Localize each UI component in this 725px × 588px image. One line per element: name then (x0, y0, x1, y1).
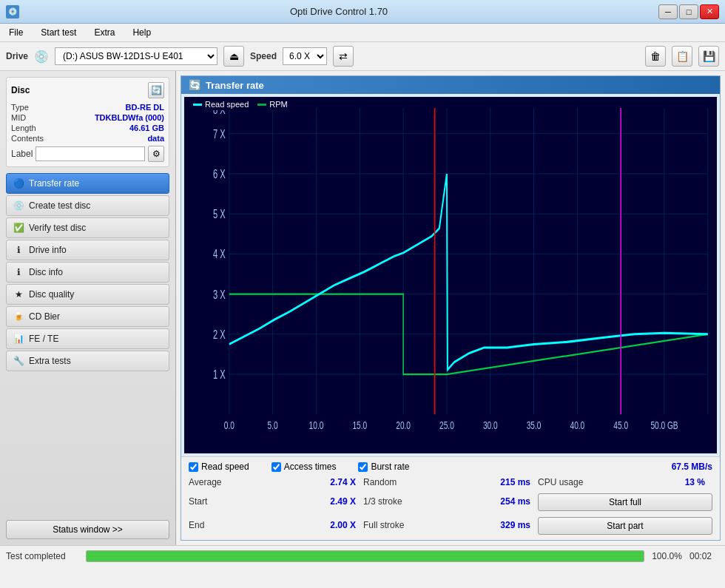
svg-text:50.0 GB: 50.0 GB (650, 419, 678, 432)
progress-percentage: 100.0% (650, 551, 684, 561)
disc-type-row: Type BD-RE DL (11, 103, 164, 112)
minimize-button[interactable]: ─ (658, 4, 678, 19)
legend-read-speed-label: Read speed (205, 100, 249, 109)
nav-drive-info[interactable]: ℹ Drive info (6, 240, 169, 260)
disc-type-label: Type (11, 103, 29, 112)
verify-test-disc-icon: ✅ (13, 222, 24, 234)
svg-text:4 X: 4 X (213, 247, 226, 261)
svg-text:0.0: 0.0 (224, 419, 235, 432)
nav-disc-quality[interactable]: ★ Disc quality (6, 284, 169, 305)
titlebar: 💿 Opti Drive Control 1.70 ─ □ ✕ (0, 0, 725, 24)
drive-info-icon: ℹ (13, 244, 24, 256)
disc-mid-row: MID TDKBLDWfa (000) (11, 113, 164, 122)
disc-mid-value: TDKBLDWfa (000) (95, 113, 164, 122)
nav-fe-te[interactable]: 📊 FE / TE (6, 328, 169, 349)
label-icon-button[interactable]: ⚙ (148, 146, 164, 162)
eject-button[interactable]: ⏏ (223, 46, 244, 67)
access-times-checkbox[interactable] (272, 462, 281, 472)
nav-cd-bier[interactable]: 🍺 CD Bier (6, 306, 169, 327)
close-button[interactable]: ✕ (700, 4, 719, 19)
speed-select[interactable]: 6.0 X (283, 47, 327, 65)
legend-read-speed: Read speed (193, 100, 249, 109)
access-times-check[interactable]: Access times (272, 462, 337, 472)
start-label: Start (189, 496, 248, 507)
burst-rate-check[interactable]: Burst rate 67.5 MB/s (358, 462, 712, 472)
average-label: Average (189, 477, 248, 487)
svg-text:25.0: 25.0 (439, 419, 454, 432)
svg-text:3 X: 3 X (213, 287, 226, 301)
erase-button[interactable]: 🗑 (645, 46, 666, 67)
transfer-rate-header: 🔄 Transfer rate (181, 76, 720, 94)
read-speed-check-label: Read speed (201, 462, 249, 472)
svg-text:1 X: 1 X (213, 368, 226, 382)
start-full-row[interactable]: Start full (538, 491, 712, 512)
cpu-usage-value: 13 % (675, 477, 712, 487)
one-third-stroke-row: 1/3 stroke 254 ms (363, 491, 538, 512)
copy-button[interactable]: 📋 (672, 46, 692, 67)
disc-length-row: Length 46.61 GB (11, 124, 164, 132)
random-label: Random (363, 477, 422, 487)
content-area: 🔄 Transfer rate Read speed RPM (176, 71, 725, 545)
burst-rate-checkbox[interactable] (358, 462, 368, 472)
statusbar: Test completed 100.0% 00:02 (0, 545, 725, 566)
toolbar: Drive 💿 (D:) ASUS BW-12D1S-U E401 ⏏ Spee… (0, 42, 725, 71)
full-stroke-value: 329 ms (500, 520, 538, 530)
disc-type-value: BD-RE DL (125, 103, 164, 112)
nav-fe-te-label: FE / TE (29, 334, 58, 344)
one-third-stroke-label: 1/3 stroke (363, 496, 422, 507)
start-part-button[interactable]: Start part (538, 517, 712, 535)
full-stroke-row: Full stroke 329 ms (363, 515, 538, 535)
app-icon: 💿 (6, 5, 19, 18)
speed-label: Speed (250, 51, 277, 61)
cpu-usage-label: CPU usage (538, 477, 597, 487)
status-window-button[interactable]: Status window >> (6, 520, 169, 539)
nav-extra-tests[interactable]: 🔧 Extra tests (6, 351, 169, 371)
disc-refresh-button[interactable]: 🔄 (148, 82, 164, 98)
speed-arrows-button[interactable]: ⇄ (333, 46, 354, 67)
nav-transfer-rate-label: Transfer rate (29, 178, 79, 189)
transfer-rate-icon: 🔵 (13, 178, 24, 189)
drive-icon: 💿 (34, 50, 49, 64)
sidebar-bottom: Status window >> (6, 520, 169, 539)
disc-label-input[interactable] (36, 146, 145, 161)
nav-disc-info[interactable]: ℹ Disc info (6, 262, 169, 283)
cpu-usage-row: CPU usage 13 % (538, 476, 712, 488)
svg-text:5 X: 5 X (213, 207, 226, 221)
nav-transfer-rate[interactable]: 🔵 Transfer rate (6, 173, 169, 194)
burst-rate-check-label: Burst rate (371, 462, 409, 472)
fe-te-icon: 📊 (13, 333, 24, 345)
disc-length-label: Length (11, 124, 36, 132)
save-button[interactable]: 💾 (698, 46, 719, 67)
nav-disc-info-label: Disc info (29, 267, 63, 277)
stats-area: Read speed Access times Burst rate 67.5 … (181, 456, 720, 540)
nav-create-test-disc[interactable]: 💿 Create test disc (6, 195, 169, 216)
progress-bar (87, 551, 644, 561)
drive-select[interactable]: (D:) ASUS BW-12D1S-U E401 (55, 47, 218, 65)
sidebar: Disc 🔄 Type BD-RE DL MID TDKBLDWfa (000)… (0, 71, 176, 545)
nav-create-test-disc-label: Create test disc (29, 200, 90, 211)
full-stroke-label: Full stroke (363, 520, 422, 530)
cd-bier-icon: 🍺 (13, 311, 24, 322)
read-speed-checkbox[interactable] (189, 462, 198, 472)
start-part-row[interactable]: Start part (538, 515, 712, 535)
disc-contents-value: data (147, 134, 164, 143)
chart-area: Read speed RPM (184, 97, 717, 453)
legend-rpm: RPM (257, 100, 287, 109)
menu-extra[interactable]: Extra (91, 26, 118, 39)
main-layout: Disc 🔄 Type BD-RE DL MID TDKBLDWfa (000)… (0, 71, 725, 545)
start-full-button[interactable]: Start full (538, 493, 712, 511)
read-speed-check[interactable]: Read speed (189, 462, 249, 472)
menu-file[interactable]: File (6, 26, 26, 39)
burst-rate-value: 67.5 MB/s (672, 462, 712, 472)
svg-text:6 X: 6 X (213, 167, 226, 181)
svg-text:30.0: 30.0 (483, 419, 498, 432)
menu-start-test[interactable]: Start test (38, 26, 79, 39)
disc-info-icon: ℹ (13, 266, 24, 278)
checkboxes-row: Read speed Access times Burst rate 67.5 … (189, 462, 712, 472)
menu-help[interactable]: Help (129, 26, 154, 39)
end-value: 2.00 X (326, 520, 363, 530)
svg-text:7 X: 7 X (213, 126, 226, 141)
nav-verify-test-disc[interactable]: ✅ Verify test disc (6, 217, 169, 238)
maximize-button[interactable]: □ (679, 4, 698, 19)
extra-tests-icon: 🔧 (13, 355, 24, 367)
